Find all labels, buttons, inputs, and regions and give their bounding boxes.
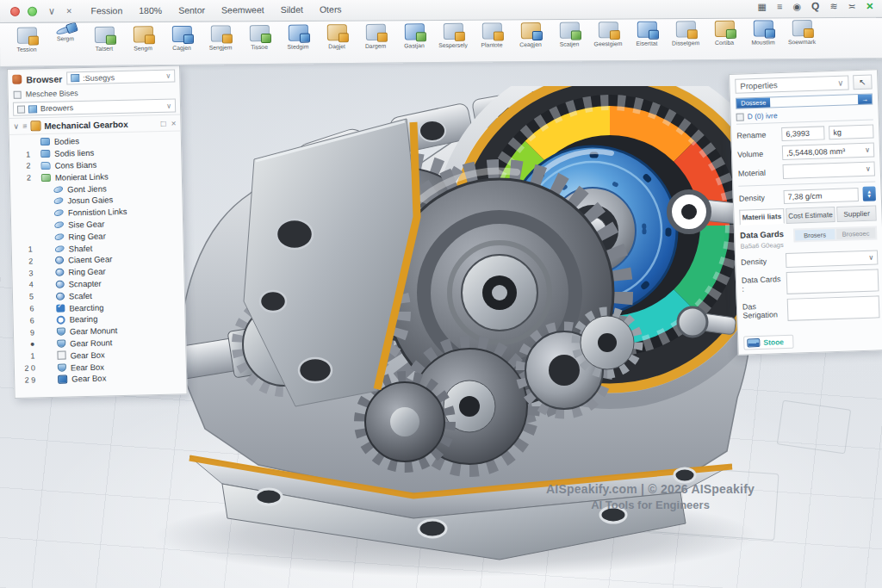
menu-item[interactable]: Seemweet (221, 4, 264, 15)
menu-item[interactable]: Fession (90, 5, 122, 15)
menu-item[interactable]: Sildet (281, 4, 303, 15)
tree-row-icon (55, 257, 64, 264)
toolbar-button[interactable]: Dagjet (322, 24, 351, 49)
tab-supplier[interactable]: Supplier (836, 205, 876, 222)
toolbar-button-icon (288, 25, 307, 41)
chevron-down-icon[interactable]: ∨ (13, 122, 19, 131)
volume-label: Volume (737, 149, 778, 159)
toolbar-button[interactable]: Geestgiem (593, 22, 623, 46)
tree-row-label: Bearing (70, 314, 98, 325)
menu-item[interactable]: Sentor (178, 5, 205, 15)
toolbar-button[interactable]: Eiserttat (632, 22, 662, 46)
tree-row-icon (53, 220, 65, 229)
subtab-browse[interactable]: Brosers (795, 229, 835, 241)
toolbar-button-label: Dargem (365, 43, 386, 49)
tree-row-number: 4 (15, 281, 37, 290)
selected-item-bar[interactable]: Dossese → (736, 93, 873, 108)
volume-value: ,5,5448,008 mm³ (786, 146, 845, 157)
toolbar-button-label: Sergm (57, 35, 74, 41)
chevron-down-icon[interactable]: ∨ (48, 5, 55, 16)
toolbar-button[interactable]: Tissoe (245, 25, 274, 50)
tree-row-number (12, 189, 34, 190)
tab-cost-estimate[interactable]: Cost Estimate (786, 207, 835, 224)
tree-row-number: 1 (16, 351, 38, 361)
browser-dropdown[interactable]: Breowers ∨ (13, 99, 176, 116)
browser-header-dropdown-value: :Susegys (83, 73, 115, 83)
toolbar-button[interactable]: Sergm (51, 27, 80, 41)
toolbar-button[interactable]: Dargem (361, 24, 390, 49)
tree-row-number: 1 (11, 150, 34, 159)
volume-select[interactable]: ,5,5448,008 mm³ ∨ (782, 142, 875, 160)
toolbar-button-icon (210, 25, 230, 41)
box-icon (17, 105, 25, 113)
browser-header-dropdown[interactable]: :Susegys ∨ (66, 70, 175, 85)
density-input[interactable] (783, 188, 858, 204)
toolbar-button[interactable]: Ceagjen (516, 22, 545, 47)
toolbar-button[interactable]: Tession (12, 28, 41, 53)
subtab-browse-alt[interactable]: Broseoec (836, 227, 876, 239)
density-label: Density (739, 193, 780, 203)
toolbar-button[interactable]: Gastjan (400, 23, 429, 48)
data-cards-subtabs: Brosers Broseoec (793, 226, 877, 242)
density2-select[interactable]: ∨ (786, 250, 879, 268)
tree-row-number (11, 142, 34, 143)
toolbar-button[interactable]: Moustlim (748, 20, 778, 45)
toolbar-button[interactable]: Scatjen (555, 22, 584, 46)
toolbar-button[interactable]: Tatsert (90, 27, 119, 52)
document-icon (71, 74, 79, 82)
data-cards-subtitle: Ba5a6 G0eags (740, 241, 790, 251)
toolbar-button[interactable]: Dissetgem (671, 21, 700, 46)
toolbar-button-label: Tissoe (251, 44, 268, 50)
toolbar-button[interactable]: Cagjen (167, 26, 196, 51)
data-cards-input[interactable] (786, 269, 879, 294)
apply-button[interactable]: → (858, 95, 872, 105)
tree-row-label: Bodies (54, 137, 79, 147)
close-icon[interactable]: × (66, 5, 72, 15)
tree-row-number: 2 9 (16, 375, 39, 385)
menu-item[interactable]: Oters (320, 4, 342, 15)
rename-unit-input[interactable] (829, 124, 874, 139)
toolbar-button-icon (55, 24, 76, 36)
toolbar-button[interactable]: Soewmark (787, 20, 817, 45)
description-input[interactable] (787, 295, 880, 321)
close-icon[interactable] (866, 0, 873, 13)
toolbar: Tession Sergm Tatsert Sengm Cagjen Sengj… (0, 15, 882, 67)
close-traffic-light[interactable] (10, 6, 20, 15)
user-icon[interactable] (792, 1, 801, 12)
dock-icon[interactable]: □ (160, 118, 165, 127)
minimize-traffic-light[interactable] (28, 6, 37, 15)
toolbar-button[interactable]: Sengm (128, 26, 158, 51)
toolbar-button[interactable]: Sengjem (206, 25, 235, 50)
tree-row-number: 3 (14, 269, 36, 278)
toolbar-button[interactable]: Plantote (477, 22, 506, 47)
properties-title-dropdown[interactable]: Properties ∨ (735, 75, 848, 93)
toolbar-button-label: Ceagjen (519, 41, 541, 47)
tree-row-number: ● (16, 340, 38, 350)
material-select[interactable]: ∨ (783, 161, 876, 179)
menu-item[interactable]: 180% (139, 5, 162, 15)
panel-grid-icon[interactable] (758, 1, 767, 12)
tree-row-number: 2 0 (16, 363, 39, 373)
toolbar-button-icon (792, 20, 811, 36)
menu-icon[interactable] (777, 1, 782, 11)
layers-icon[interactable] (829, 1, 837, 12)
chevron-down-icon: ∨ (165, 72, 171, 80)
tab-materials[interactable]: Materii liats (739, 208, 784, 226)
search-icon[interactable] (811, 0, 819, 12)
toolbar-button[interactable]: Sespersely (438, 23, 468, 48)
rename-input[interactable] (781, 126, 825, 141)
item-id-link[interactable]: D (0) ivre (736, 108, 873, 124)
chevron-down-icon: ∨ (866, 165, 871, 173)
tree-row-label: Ring Gear (68, 267, 106, 277)
toolbar-button[interactable]: Stedgim (283, 25, 313, 50)
tree-row-icon (56, 281, 65, 288)
close-icon[interactable]: × (171, 118, 177, 127)
titlebar-actions (758, 0, 874, 14)
resize-icon[interactable] (848, 0, 856, 11)
tree-row-number (13, 226, 35, 226)
density-stepper[interactable]: ▲▼ (862, 186, 876, 201)
tree-row-number (13, 238, 35, 238)
select-cursor-button[interactable]: ↖ (853, 74, 873, 90)
toolbar-button[interactable]: Cortiba (710, 21, 739, 46)
save-button[interactable]: Stooe (743, 335, 793, 350)
